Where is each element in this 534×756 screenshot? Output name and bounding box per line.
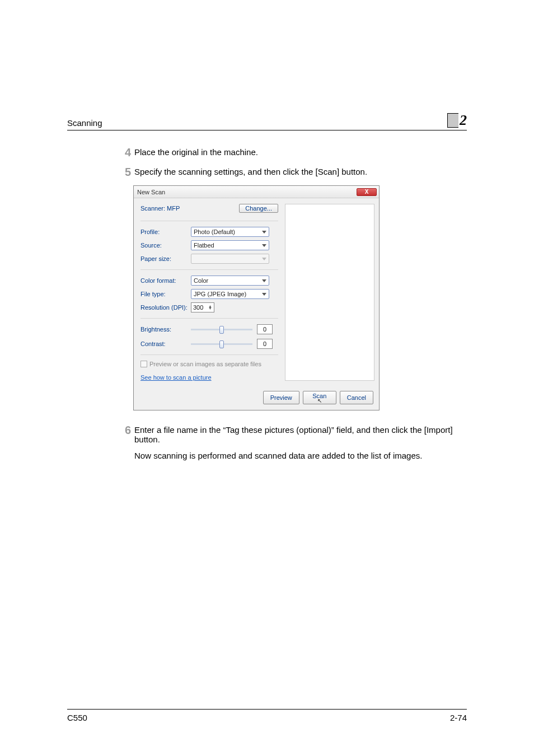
step-list-continued: 6 Enter a file name in the “Tag these pi… — [118, 424, 467, 444]
scanner-label: Scanner: MFP — [140, 205, 191, 212]
chevron-down-icon — [262, 279, 266, 282]
profile-value: Photo (Default) — [194, 228, 235, 235]
resolution-label: Resolution (DPI): — [140, 304, 191, 311]
separate-files-label: Preview or scan images as separate files — [149, 361, 261, 367]
resolution-value: 300 — [193, 304, 203, 311]
colorformat-value: Color — [194, 277, 208, 284]
footer-right: 2-74 — [450, 713, 467, 722]
section-name: Scanning — [67, 118, 447, 128]
contrast-value[interactable]: 0 — [257, 339, 273, 349]
new-scan-dialog: New Scan X Scanner: MFP Change... Profil… — [133, 185, 380, 410]
cursor-icon: ↖ — [310, 399, 329, 403]
footer-left: C550 — [67, 713, 87, 722]
change-scanner-button[interactable]: Change... — [239, 204, 278, 213]
chevron-down-icon — [262, 244, 266, 247]
contrast-slider[interactable] — [191, 343, 252, 345]
chapter-chip: 2 — [447, 112, 467, 128]
brightness-slider[interactable] — [191, 329, 252, 330]
chevron-down-icon — [262, 231, 266, 234]
step-number: 5 — [118, 166, 134, 179]
filetype-value: JPG (JPEG Image) — [194, 291, 246, 297]
dialog-title: New Scan — [137, 189, 165, 195]
papersize-label: Paper size: — [140, 255, 191, 262]
contrast-label: Contrast: — [140, 340, 191, 347]
colorformat-dropdown[interactable]: Color — [191, 276, 269, 286]
step-text: Specify the scanning settings, and then … — [134, 166, 367, 179]
preview-button[interactable]: Preview — [263, 391, 299, 404]
help-link[interactable]: See how to scan a picture — [140, 374, 212, 381]
step-text: Place the original in the machine. — [134, 146, 258, 159]
chevron-down-icon — [262, 293, 266, 296]
step-text: Enter a file name in the “Tag these pict… — [134, 424, 467, 444]
step-number: 4 — [118, 146, 134, 159]
profile-label: Profile: — [140, 228, 191, 235]
chevron-down-icon — [262, 258, 266, 260]
cancel-button[interactable]: Cancel — [340, 391, 373, 404]
preview-area — [285, 204, 374, 381]
colorformat-label: Color format: — [140, 277, 191, 284]
source-label: Source: — [140, 242, 191, 249]
papersize-dropdown — [191, 254, 269, 264]
step: 6 Enter a file name in the “Tag these pi… — [118, 424, 467, 444]
slider-thumb-icon — [219, 340, 224, 348]
step: 5 Specify the scanning settings, and the… — [118, 166, 467, 179]
chapter-chip-shade — [447, 113, 458, 128]
followup-text: Now scanning is performed and scanned da… — [134, 451, 467, 460]
chapter-number: 2 — [458, 113, 467, 128]
filetype-label: File type: — [140, 291, 191, 297]
step-list: 4 Place the original in the machine. 5 S… — [118, 146, 467, 179]
brightness-value[interactable]: 0 — [257, 324, 273, 334]
spinner-arrows-icon: ▲▼ — [208, 305, 212, 310]
dialog-titlebar[interactable]: New Scan X — [134, 186, 379, 198]
source-dropdown[interactable]: Flatbed — [191, 240, 269, 250]
slider-thumb-icon — [219, 326, 224, 334]
brightness-label: Brightness: — [140, 326, 191, 333]
filetype-dropdown[interactable]: JPG (JPEG Image) — [191, 289, 269, 299]
scan-button[interactable]: Scan ↖ — [303, 391, 336, 404]
step: 4 Place the original in the machine. — [118, 146, 467, 159]
page-header: Scanning 2 — [67, 112, 467, 130]
page-footer: C550 2-74 — [67, 709, 467, 722]
profile-dropdown[interactable]: Photo (Default) — [191, 227, 269, 237]
source-value: Flatbed — [194, 242, 214, 249]
resolution-spinner[interactable]: 300 ▲▼ — [191, 302, 214, 312]
close-icon[interactable]: X — [357, 188, 377, 196]
separate-files-checkbox — [140, 361, 147, 367]
step-number: 6 — [118, 424, 134, 444]
